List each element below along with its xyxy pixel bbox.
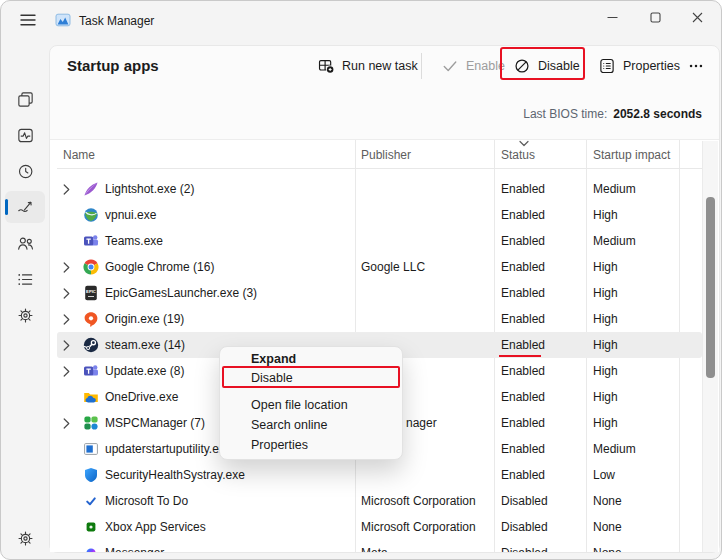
table-row-2[interactable]: vpnui.exe Enabled High [57, 202, 702, 228]
expand-chevron-icon[interactable] [63, 365, 83, 377]
onedrive-icon [83, 389, 99, 405]
sidebar-item-performance[interactable] [5, 119, 45, 151]
startup-apps-icon [16, 198, 35, 217]
maximize-icon [650, 12, 661, 23]
hamburger-menu-button[interactable] [12, 7, 44, 33]
app-startup-impact: High [593, 390, 618, 404]
app-status: Disabled [501, 546, 548, 552]
maximize-button[interactable] [634, 1, 676, 34]
menu-item-disable[interactable]: Disable [220, 368, 402, 387]
menu-item-search-online[interactable]: Search online [220, 415, 402, 435]
teams-icon [83, 363, 99, 379]
app-startup-impact: High [593, 416, 618, 430]
app-name: OneDrive.exe [105, 390, 178, 404]
app-startup-impact: High [593, 338, 618, 352]
todo-icon [83, 493, 99, 509]
app-startup-impact: High [593, 286, 618, 300]
expand-chevron-icon[interactable] [63, 183, 83, 195]
app-name: vpnui.exe [105, 208, 156, 222]
table-row-5[interactable]: EPIC EpicGamesLauncher.exe (3) Enabled H… [57, 280, 702, 306]
close-button[interactable] [676, 1, 718, 34]
chrome-icon [83, 259, 99, 275]
performance-icon [16, 126, 35, 145]
app-name: SecurityHealthSystray.exe [105, 468, 245, 482]
sidebar-item-services[interactable] [5, 299, 45, 331]
window-title: Task Manager [79, 14, 154, 28]
sidebar-item-settings[interactable] [5, 522, 45, 554]
app-name: EpicGamesLauncher.exe (3) [105, 286, 257, 300]
app-status: Enabled [501, 312, 545, 326]
app-name: Microsoft To Do [105, 494, 188, 508]
minimize-button[interactable] [591, 1, 633, 34]
app-startup-impact: Low [593, 468, 615, 482]
app-status: Enabled [501, 442, 545, 456]
menu-item-properties[interactable]: Properties [220, 435, 402, 455]
globe-icon [83, 207, 99, 223]
app-status: Enabled [501, 338, 545, 352]
table-row-14[interactable]: Xbox App Services Microsoft Corporation … [57, 514, 702, 540]
last-bios-value: 2052.8 seconds [613, 107, 702, 121]
sidebar [1, 37, 49, 559]
expand-chevron-icon[interactable] [63, 339, 83, 351]
app-status: Enabled [501, 416, 545, 430]
table-row-6[interactable]: Origin.exe (19) Enabled High [57, 306, 702, 332]
annotation-status-underline [499, 355, 541, 357]
app-startup-impact: Medium [593, 234, 636, 248]
lightshot-icon [83, 181, 99, 197]
expand-chevron-icon[interactable] [63, 313, 83, 325]
app-name: Origin.exe (19) [105, 312, 184, 326]
epic-icon: EPIC [83, 285, 99, 301]
app-name: Update.exe (8) [105, 364, 184, 378]
app-publisher: nager [406, 416, 437, 430]
table-row-15[interactable]: Messenger Meta Disabled None [57, 540, 702, 552]
table-row-1[interactable]: Lightshot.exe (2) Enabled Medium [57, 176, 702, 202]
column-header-status[interactable]: Status [501, 148, 535, 162]
app-publisher: Microsoft Corporation [361, 494, 476, 508]
menu-item-open-file-location[interactable]: Open file location [220, 395, 402, 415]
table-row-12[interactable]: SecurityHealthSystray.exe Enabled Low [57, 462, 702, 488]
expand-chevron-icon[interactable] [63, 417, 83, 429]
table-row-4[interactable]: Google Chrome (16) Google LLC Enabled Hi… [57, 254, 702, 280]
scrollbar-track[interactable] [702, 141, 718, 552]
app-status: Enabled [501, 234, 545, 248]
properties-icon [598, 57, 616, 75]
column-header-name[interactable]: Name [63, 148, 95, 162]
app-startup-impact: None [593, 546, 622, 552]
sidebar-item-details[interactable] [5, 263, 45, 295]
app-name: Messenger [105, 546, 164, 552]
processes-icon [16, 90, 35, 109]
task-manager-window: Task Manager Startup apps Run new task E… [0, 0, 722, 560]
services-icon [16, 306, 35, 325]
svg-text:EPIC: EPIC [86, 289, 96, 294]
properties-button[interactable]: Properties [594, 52, 684, 80]
sidebar-item-users[interactable] [5, 227, 45, 259]
details-icon [16, 270, 35, 289]
app-history-icon [16, 162, 35, 181]
app-name: Teams.exe [105, 234, 163, 248]
expand-chevron-icon[interactable] [63, 287, 83, 299]
context-menu: ExpandDisableOpen file locationSearch on… [219, 346, 403, 460]
app-startup-impact: None [593, 494, 622, 508]
disable-button[interactable]: Disable [509, 52, 584, 80]
run-new-task-button[interactable]: Run new task [313, 52, 422, 80]
last-bios-label: Last BIOS time: [523, 107, 607, 121]
sidebar-item-startup-apps[interactable] [5, 191, 45, 223]
column-header-impact[interactable]: Startup impact [593, 148, 670, 162]
app-startup-impact: High [593, 364, 618, 378]
toolbar-separator [421, 53, 422, 79]
table-row-3[interactable]: Teams.exe Enabled Medium [57, 228, 702, 254]
disable-slash-icon [513, 57, 531, 75]
scrollbar-thumb[interactable] [706, 197, 715, 378]
header-divider [57, 168, 703, 169]
sidebar-item-app-history[interactable] [5, 155, 45, 187]
enable-button[interactable]: Enable [437, 52, 509, 80]
more-options-button[interactable] [683, 52, 709, 80]
hamburger-icon [20, 14, 36, 26]
minimize-icon [607, 12, 618, 23]
sidebar-item-processes[interactable] [5, 83, 45, 115]
app-publisher: Microsoft Corporation [361, 520, 476, 534]
expand-chevron-icon[interactable] [63, 261, 83, 273]
menu-item-expand[interactable]: Expand [220, 349, 402, 368]
table-row-13[interactable]: Microsoft To Do Microsoft Corporation Di… [57, 488, 702, 514]
column-header-publisher[interactable]: Publisher [361, 148, 411, 162]
